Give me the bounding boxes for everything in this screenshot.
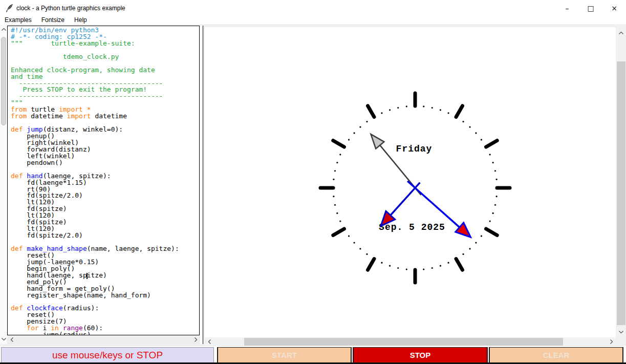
chevron-down-icon[interactable] <box>616 329 626 335</box>
minute-dot <box>359 248 361 249</box>
hour-tick <box>486 141 498 147</box>
minute-dot <box>496 196 498 197</box>
status-label: use mouse/keys or STOP <box>1 347 214 363</box>
maximize-button[interactable]: □ <box>579 0 602 16</box>
canvas-vscroll-thumb[interactable] <box>617 61 625 325</box>
canvas-vertical-scrollbar[interactable] <box>616 27 626 337</box>
minute-dot <box>348 235 350 237</box>
hour-tick <box>333 141 344 147</box>
minute-dot <box>406 269 407 270</box>
minute-dot <box>489 154 491 155</box>
minute-dot <box>475 242 477 243</box>
chevron-right-icon[interactable] <box>192 335 199 344</box>
minute-dot <box>336 212 338 214</box>
minute-dot <box>492 162 494 163</box>
minute-dot <box>440 109 441 111</box>
minute-dot <box>494 170 496 172</box>
minute-dot <box>447 112 449 114</box>
minute-dot <box>389 109 391 111</box>
minute-dot <box>333 179 334 180</box>
second-hand-arrowhead <box>371 134 384 148</box>
minute-dot <box>397 267 399 269</box>
code-line: fd(spitze/2.0) <box>11 232 199 239</box>
chevron-right-icon[interactable] <box>608 337 615 346</box>
minute-dot <box>489 220 491 222</box>
code-line: jump(radius) <box>11 332 199 335</box>
hour-tick <box>456 259 463 270</box>
date-text: Sep. 5 2025 <box>379 222 445 232</box>
hour-tick <box>368 259 375 270</box>
clear-button[interactable]: CLEAR <box>489 347 623 363</box>
minute-dot <box>334 170 336 172</box>
minute-dot <box>475 132 477 134</box>
minute-dot <box>494 204 496 206</box>
minute-dot <box>339 220 341 222</box>
minute-dot <box>381 112 382 114</box>
code-line: register_shape(name, hand_form) <box>11 292 199 299</box>
chevron-up-icon[interactable] <box>0 26 7 32</box>
minute-dot <box>431 267 433 269</box>
code-line: pendown() <box>11 160 199 166</box>
minute-dot <box>423 269 424 270</box>
hour-tick <box>368 106 375 117</box>
minute-dot <box>469 248 470 249</box>
clock-drawing: FridaySep. 5 2025 <box>205 27 616 337</box>
window-title: clock - a Python turtle graphics example <box>16 5 125 12</box>
python-feather-icon <box>6 4 14 13</box>
canvas-horizontal-scrollbar[interactable] <box>205 337 616 346</box>
minute-dot <box>339 154 341 155</box>
minute-dot <box>366 121 368 122</box>
minute-dot <box>397 107 399 109</box>
minute-dot <box>481 235 482 237</box>
minute-dot <box>440 265 441 267</box>
minute-dot <box>333 196 334 197</box>
hour-tick <box>486 229 498 235</box>
minute-dot <box>359 126 361 127</box>
menu-help[interactable]: Help <box>74 16 87 24</box>
menu-fontsize[interactable]: Fontsize <box>41 16 64 24</box>
minute-dot <box>462 121 464 122</box>
app-window: clock - a Python turtle graphics example… <box>0 0 626 364</box>
chevron-left-icon[interactable] <box>206 337 213 346</box>
hour-hand-shaft <box>389 183 420 217</box>
code-vertical-scrollbar[interactable] <box>0 24 7 344</box>
minute-dot <box>366 253 368 255</box>
minute-dot <box>469 126 470 127</box>
chevron-up-icon[interactable] <box>616 30 626 36</box>
code-line: ------------------------------------ <box>11 93 199 100</box>
stop-button[interactable]: STOP <box>353 347 488 363</box>
chevron-down-icon[interactable] <box>0 336 7 342</box>
minute-dot <box>406 105 407 107</box>
menubar: Examples Fontsize Help <box>0 16 626 24</box>
minute-dot <box>336 162 338 163</box>
code-line: """ turtle-example-suite: <box>11 40 199 47</box>
turtle-canvas[interactable]: FridaySep. 5 2025 <box>205 27 616 337</box>
hour-tick <box>456 106 463 117</box>
weekday-text: Friday <box>396 144 433 154</box>
code-line: from datetime import datetime <box>11 113 199 120</box>
chevron-left-icon[interactable] <box>8 335 15 344</box>
canvas-hscroll-thumb[interactable] <box>244 338 563 346</box>
start-button[interactable]: START <box>217 347 352 363</box>
close-button[interactable]: × <box>602 0 626 16</box>
minute-dot <box>462 253 464 255</box>
code-vscroll-thumb[interactable] <box>1 37 6 125</box>
minute-dot <box>481 139 482 140</box>
minute-dot <box>423 105 424 107</box>
minute-dot <box>381 262 382 264</box>
titlebar[interactable]: clock - a Python turtle graphics example… <box>0 0 626 16</box>
minute-dot <box>447 262 449 264</box>
minute-dot <box>389 265 391 267</box>
code-horizontal-scrollbar[interactable] <box>7 335 200 344</box>
minute-dot <box>492 212 494 214</box>
pane-sash[interactable] <box>200 26 203 344</box>
minute-dot <box>353 242 355 243</box>
code-editor[interactable]: #!/usr/bin/env python3# -*- coding: cp12… <box>7 26 200 335</box>
minute-dot <box>348 139 350 140</box>
minute-dot <box>334 204 336 206</box>
minute-dot <box>431 107 433 109</box>
hour-tick <box>333 229 344 235</box>
minimize-button[interactable]: – <box>555 0 579 16</box>
code-line: tdemo_clock.py <box>11 54 199 60</box>
menu-examples[interactable]: Examples <box>5 16 32 24</box>
